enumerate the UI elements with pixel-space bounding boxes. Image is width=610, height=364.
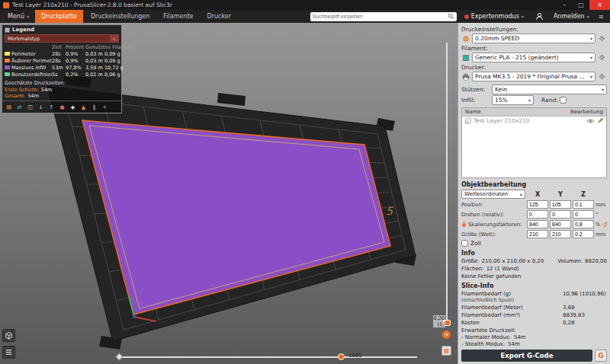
info-errors-line: Keine Fehler gefunden bbox=[461, 273, 607, 279]
view-type-select[interactable]: Merkmalstyp ▾ bbox=[5, 34, 119, 43]
tool-changes-icon[interactable]: ◆ bbox=[68, 103, 78, 111]
feature-types-icon[interactable]: ▤ bbox=[4, 103, 14, 111]
feature-color-chip bbox=[5, 72, 10, 76]
filament-select[interactable]: Generic PLA - 215 (geändert) ▾ bbox=[472, 53, 596, 62]
bed-number-label: 5 bbox=[386, 205, 393, 217]
info-title: Info bbox=[461, 250, 607, 257]
scale-x-field[interactable] bbox=[527, 220, 548, 228]
shells-icon[interactable]: ◫ bbox=[25, 103, 35, 111]
legend-row-custom: Benutzerdefiniert 5s0,2%0,02 m 0,06 g bbox=[5, 71, 119, 78]
window-controls: – □ × bbox=[556, 0, 610, 10]
editor-view-icon[interactable] bbox=[2, 329, 15, 342]
color-changes-icon[interactable]: ▲ bbox=[79, 103, 88, 111]
moves-slider-track[interactable] bbox=[118, 356, 417, 358]
print-settings-label: Druckeinstellungen: bbox=[461, 26, 607, 33]
filament-color-icon bbox=[461, 55, 470, 61]
close-button[interactable]: × bbox=[589, 0, 610, 10]
tab-drucker[interactable]: Drucker bbox=[201, 10, 237, 23]
slice-filament-mm3: Filamentbedarf (mm³)8839,83 bbox=[461, 312, 607, 318]
brim-checkbox[interactable] bbox=[560, 97, 567, 104]
legend-toolbar: ▤ ⇄ ◫ ↓ ↑ ● ◆ ▲ ‖ + bbox=[2, 101, 121, 113]
size-x-field[interactable] bbox=[527, 230, 548, 238]
legend-icon bbox=[5, 27, 10, 33]
reset-scale-icon[interactable]: ↺ bbox=[602, 222, 608, 228]
layer-slider-track[interactable] bbox=[446, 43, 448, 326]
position-label: Position: bbox=[461, 202, 525, 208]
slice-filament-meters: Filamentbedarf (Meter)3,68 bbox=[461, 305, 607, 311]
object-list-item[interactable]: Test Layer 210x210 bbox=[462, 117, 606, 125]
preview-view-icon[interactable] bbox=[2, 346, 15, 359]
pause-prints-icon[interactable]: ‖ bbox=[89, 103, 99, 111]
travel-paths-icon[interactable]: ⇄ bbox=[14, 103, 24, 111]
search-box bbox=[310, 12, 457, 21]
minimize-button[interactable]: – bbox=[556, 0, 573, 10]
rotate-z-field[interactable] bbox=[573, 210, 594, 219]
seams-icon[interactable]: ● bbox=[57, 103, 67, 111]
rotate-y-field[interactable] bbox=[550, 210, 571, 219]
maximize-button[interactable]: □ bbox=[573, 0, 589, 10]
scale-z-field[interactable] bbox=[573, 220, 594, 228]
search-icon[interactable] bbox=[448, 13, 454, 20]
export-gcode-icon[interactable]: G bbox=[595, 350, 607, 362]
search-input[interactable] bbox=[313, 14, 446, 19]
collapse-sidebar-icon[interactable]: ≡ bbox=[595, 13, 607, 21]
printer-select[interactable]: Prusa MK3.5 - 2019 * Original Prusa MK3.… bbox=[472, 72, 596, 81]
scale-y-field[interactable] bbox=[550, 220, 571, 228]
edit-icon[interactable] bbox=[597, 117, 604, 124]
moves-slider-value: 1665 bbox=[348, 353, 362, 359]
tab-druckeinstellungen[interactable]: Druckeinstellungen bbox=[85, 10, 156, 23]
print-time-stealth: - Stealth Modus:54m bbox=[461, 341, 607, 347]
custom-gcodes-icon[interactable]: + bbox=[100, 103, 110, 111]
main-menu-button[interactable]: Menü ▾ bbox=[3, 10, 34, 23]
chevron-down-icon: ▾ bbox=[522, 14, 524, 19]
account-button[interactable] bbox=[531, 12, 547, 21]
edit-filament-icon[interactable] bbox=[597, 53, 607, 62]
add-color-change-icon[interactable]: + bbox=[442, 330, 451, 339]
tab-filamente[interactable]: Filamente bbox=[157, 10, 199, 23]
chevron-down-icon: ▾ bbox=[590, 74, 592, 79]
layer-slider[interactable]: 0,20 (1) + ▦ bbox=[441, 43, 456, 362]
moves-slider-high-handle[interactable] bbox=[338, 353, 345, 360]
scale-label: Skalierungsfaktoren: bbox=[461, 221, 525, 228]
infill-select[interactable]: 15% ▾ bbox=[492, 95, 534, 105]
legend-panel: Legend Merkmalstyp ▾ Zeit Prozent Genutz… bbox=[2, 24, 122, 113]
moves-slider[interactable]: 1665 bbox=[118, 353, 417, 361]
titlebar: Test Layer 210x210 - PrusaSlicer-2.8.0 b… bbox=[0, 0, 610, 10]
uniform-scale-lock-icon[interactable] bbox=[461, 221, 467, 228]
position-y-field[interactable] bbox=[550, 200, 571, 209]
login-button[interactable]: Anmelden ▾ bbox=[549, 13, 594, 20]
printer-label: Drucker: bbox=[461, 64, 607, 71]
info-size-line: Größe:210,00 x 210,00 x 0,20 Volumen:882… bbox=[461, 258, 607, 264]
feature-color-chip bbox=[5, 65, 10, 69]
deretractions-icon[interactable]: ↑ bbox=[47, 103, 56, 111]
mode-selector[interactable]: Expertenmodus ▾ bbox=[458, 13, 530, 20]
size-z-field[interactable] bbox=[573, 230, 594, 238]
edit-print-settings-icon[interactable] bbox=[597, 34, 607, 43]
export-gcode-button[interactable]: Export G-Code bbox=[461, 350, 592, 362]
legend-row-solid-infill: Massives Infill 53m97,8%3,59 m 10,72 g bbox=[5, 64, 119, 71]
supports-select[interactable]: Kein ▾ bbox=[492, 85, 607, 94]
coordinates-select[interactable]: Weltkoordinaten ▾ bbox=[461, 190, 525, 199]
position-x-field[interactable] bbox=[527, 200, 548, 209]
legend-row-perimeter: Perimeter 28s0,9%0,03 m 0,09 g bbox=[5, 50, 119, 57]
inches-label: Zoll bbox=[470, 240, 481, 247]
3d-viewport[interactable]: 5 Legend Merkmalstyp ▾ Zeit bbox=[0, 23, 458, 364]
size-y-field[interactable] bbox=[550, 230, 571, 238]
eye-icon[interactable] bbox=[586, 118, 595, 124]
retractions-icon[interactable]: ↓ bbox=[36, 103, 46, 111]
print-settings-select[interactable]: 0.20mm SPEED ▾ bbox=[472, 34, 596, 43]
edit-printer-icon[interactable] bbox=[597, 72, 607, 81]
slice-filament-grams: Filamentbedarf (g)(einschließlich Spule)… bbox=[461, 291, 607, 303]
slice-cost: Kosten0,28 bbox=[461, 320, 607, 326]
axis-x-label: X bbox=[527, 191, 548, 198]
slice-info-title: Slice-Info bbox=[461, 283, 607, 289]
legend-toggle-icon[interactable]: ▦ bbox=[441, 346, 451, 356]
tab-druckplatte[interactable]: Druckplatte bbox=[35, 10, 83, 23]
window-title: Test Layer 210x210 - PrusaSlicer-2.8.0 b… bbox=[12, 2, 172, 8]
position-z-field[interactable] bbox=[573, 200, 594, 209]
rotate-x-field[interactable] bbox=[527, 210, 548, 219]
size-label: Größe (Welt): bbox=[461, 231, 525, 238]
inches-checkbox[interactable] bbox=[461, 240, 468, 247]
object-list: Name Bearbeitung Test Layer 210x210 bbox=[461, 107, 607, 178]
feature-color-chip bbox=[5, 52, 10, 56]
